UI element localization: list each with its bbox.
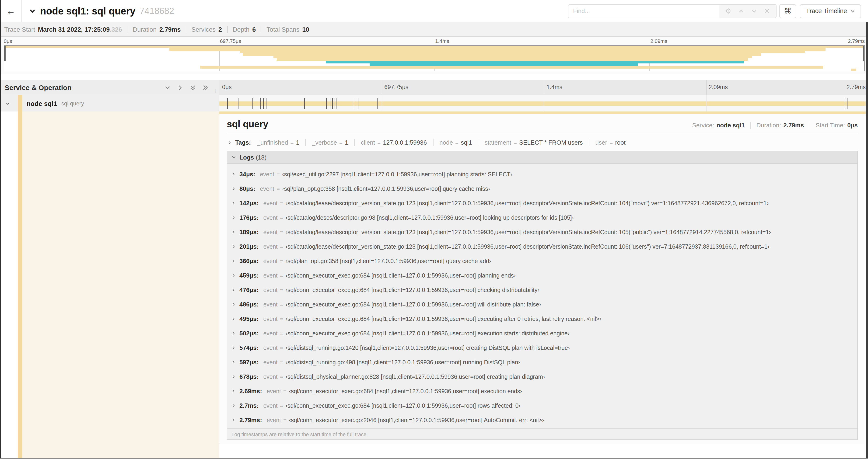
minimap-canvas[interactable]: [4, 45, 865, 71]
column-resize-handle[interactable]: ‖: [215, 89, 217, 94]
timeline-header-row: Service & Operation ‖ 0μs697.75μs1.4ms2.…: [0, 80, 868, 95]
log-row[interactable]: 574μs:event=‹sql/distsql_running.go:1420…: [231, 340, 854, 355]
log-row[interactable]: 366μs:event=‹sql/plan_opt.go:358 [nsql1,…: [231, 254, 854, 268]
tag-item[interactable]: node=sql1: [433, 139, 472, 146]
log-row[interactable]: 502μs:event=‹sql/conn_executor_exec.go:6…: [231, 326, 854, 340]
collapse-all-icon[interactable]: [189, 84, 196, 91]
log-marker[interactable]: [334, 98, 335, 109]
log-timestamp: 176μs:: [239, 214, 258, 221]
log-marker[interactable]: [358, 98, 359, 109]
log-marker[interactable]: [263, 98, 264, 109]
log-row[interactable]: 2.7ms:event=‹sql/conn_executor_exec.go:6…: [231, 398, 854, 413]
minimap-right-handle[interactable]: [863, 46, 864, 61]
log-expand-chevron-icon[interactable]: [231, 374, 236, 379]
log-expand-chevron-icon[interactable]: [231, 346, 236, 350]
log-field-key: event: [263, 214, 277, 221]
collapse-one-icon[interactable]: [164, 84, 171, 91]
log-expand-chevron-icon[interactable]: [231, 230, 236, 234]
detail-span-title: sql query: [227, 119, 268, 130]
log-row[interactable]: 176μs:event=‹sql/catalog/descs/descripto…: [231, 210, 854, 225]
log-marker[interactable]: [377, 98, 377, 109]
vertical-scrollbar[interactable]: [866, 22, 868, 458]
log-equals: =: [280, 200, 283, 206]
find-clear-icon[interactable]: [763, 7, 771, 15]
match-case-icon[interactable]: [724, 7, 732, 15]
expand-one-icon[interactable]: [177, 84, 183, 91]
log-expand-chevron-icon[interactable]: [231, 187, 236, 191]
find-prev-icon[interactable]: [737, 7, 745, 15]
keyboard-shortcuts-button[interactable]: ⌘: [779, 4, 796, 18]
tags-row[interactable]: Tags: _unfinished=1_verbose=1client=127.…: [227, 134, 858, 151]
log-marker[interactable]: [330, 98, 331, 109]
log-marker[interactable]: [266, 98, 267, 109]
log-marker[interactable]: [238, 98, 239, 109]
log-marker[interactable]: [326, 98, 327, 109]
trace-collapse-chevron-icon[interactable]: [29, 7, 36, 14]
log-expand-chevron-icon[interactable]: [231, 360, 236, 364]
log-row[interactable]: 495μs:event=‹sql/conn_executor_exec.go:6…: [231, 312, 854, 326]
log-row[interactable]: 678μs:event=‹sql/distsql_physical_planne…: [231, 369, 854, 384]
minimap-span-bar: [370, 63, 638, 66]
log-row[interactable]: 2.69ms:event=‹sql/conn_executor_exec.go:…: [231, 384, 854, 398]
span-collapse-chevron-icon[interactable]: [5, 101, 10, 106]
log-row[interactable]: 34μs:event=‹sql/exec_util.go:2297 [nsql1…: [231, 167, 854, 182]
find-input[interactable]: [568, 4, 719, 18]
tag-item[interactable]: user=root: [589, 139, 626, 146]
log-marker[interactable]: [227, 98, 228, 109]
tag-key: _unfinished: [257, 139, 288, 146]
log-equals: =: [277, 186, 280, 192]
log-expand-chevron-icon[interactable]: [231, 317, 236, 321]
log-field-value: ‹sql/conn_executor_exec.go:684 [nsql1,cl…: [286, 402, 521, 409]
log-field-key: event: [263, 301, 277, 308]
back-button[interactable]: ←: [0, 0, 22, 22]
expand-all-icon[interactable]: [202, 84, 209, 91]
trace-view-selector[interactable]: Trace Timeline: [800, 4, 861, 18]
log-marker[interactable]: [353, 98, 353, 109]
log-expand-chevron-icon[interactable]: [231, 244, 236, 249]
logs-collapse-chevron-icon[interactable]: [231, 155, 236, 160]
log-row[interactable]: 142μs:event=‹sql/catalog/lease/descripto…: [231, 196, 854, 210]
log-expand-chevron-icon[interactable]: [231, 389, 236, 393]
log-expand-chevron-icon[interactable]: [231, 201, 236, 205]
tags-expand-chevron-icon[interactable]: [227, 140, 232, 145]
log-row[interactable]: 597μs:event=‹sql/distsql_running.go:498 …: [231, 355, 854, 369]
log-field-value: ‹sql/distsql_physical_planner.go:828 [ns…: [286, 373, 545, 380]
span-row[interactable]: node sql1 sql query: [0, 95, 868, 111]
log-field-value: ‹sql/exec_util.go:2297 [nsql1,client=127…: [282, 171, 513, 177]
log-expand-chevron-icon[interactable]: [231, 418, 236, 422]
log-marker[interactable]: [305, 98, 305, 109]
log-row[interactable]: 459μs:event=‹sql/conn_executor_exec.go:6…: [231, 268, 854, 283]
log-expand-chevron-icon[interactable]: [231, 216, 236, 220]
log-marker[interactable]: [336, 98, 337, 109]
log-marker[interactable]: [260, 98, 260, 109]
log-expand-chevron-icon[interactable]: [231, 259, 236, 263]
page-title: node sql1: sql query: [40, 5, 135, 17]
log-marker[interactable]: [252, 98, 253, 109]
find-next-icon[interactable]: [750, 7, 758, 15]
log-expand-chevron-icon[interactable]: [231, 331, 236, 335]
span-bar-track[interactable]: [219, 95, 868, 111]
tag-item[interactable]: _unfinished=1: [257, 139, 299, 146]
log-row[interactable]: 189μs:event=‹sql/catalog/lease/descripto…: [231, 225, 854, 239]
log-row[interactable]: 486μs:event=‹sql/conn_executor_exec.go:6…: [231, 297, 854, 312]
log-timestamp: 189μs:: [239, 229, 258, 236]
log-expand-chevron-icon[interactable]: [231, 288, 236, 292]
tag-item[interactable]: _verbose=1: [305, 139, 348, 146]
log-row[interactable]: 80μs:event=‹sql/plan_opt.go:358 [nsql1,c…: [231, 182, 854, 196]
tag-item[interactable]: client=127.0.0.1:59936: [354, 139, 427, 146]
log-expand-chevron-icon[interactable]: [231, 403, 236, 408]
minimap-left-handle[interactable]: [4, 46, 6, 61]
log-marker[interactable]: [845, 98, 845, 109]
log-row[interactable]: 201μs:event=‹sql/catalog/lease/descripto…: [231, 239, 854, 254]
logs-header[interactable]: Logs (18): [227, 151, 857, 164]
span-row-name-column[interactable]: node sql1 sql query: [0, 95, 219, 111]
log-marker[interactable]: [847, 98, 847, 109]
tag-item[interactable]: statement=SELECT * FROM users: [478, 139, 583, 146]
log-row[interactable]: 476μs:event=‹sql/conn_executor_exec.go:6…: [231, 283, 854, 297]
log-expand-chevron-icon[interactable]: [231, 273, 236, 277]
log-expand-chevron-icon[interactable]: [231, 302, 236, 306]
log-row[interactable]: 2.79ms:event=‹sql/conn_executor_exec.go:…: [231, 413, 854, 427]
log-expand-chevron-icon[interactable]: [231, 172, 236, 176]
minimap-span-bar: [326, 61, 744, 63]
log-marker[interactable]: [332, 98, 333, 109]
